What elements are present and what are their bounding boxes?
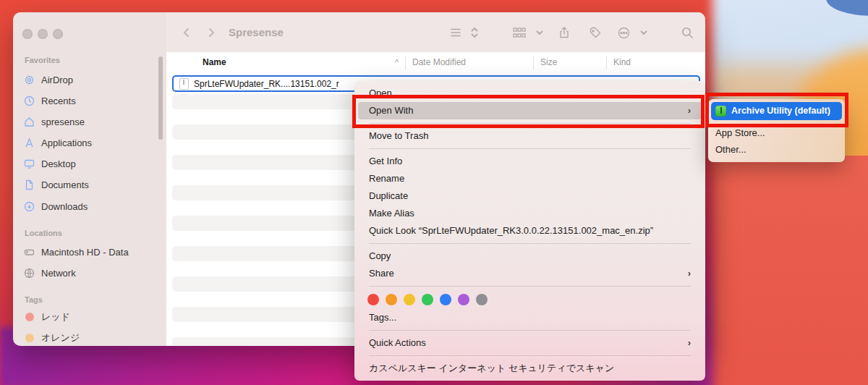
list-header: Name ^ Date Modified Size Kind bbox=[166, 52, 705, 74]
globe-icon bbox=[23, 267, 35, 279]
menu-separator bbox=[354, 326, 705, 334]
sort-chevrons-icon[interactable] bbox=[467, 25, 482, 40]
sidebar-item-tag-red[interactable]: レッド bbox=[23, 309, 70, 325]
tag-yellow-dot[interactable] bbox=[404, 294, 415, 305]
desktop-icon bbox=[23, 158, 35, 170]
sidebar-item-label: Downloads bbox=[41, 201, 88, 212]
sidebar-item-tag-orange[interactable]: オレンジ bbox=[23, 330, 80, 346]
home-icon bbox=[23, 116, 35, 128]
menu-item-get-info[interactable]: Get Info bbox=[354, 153, 705, 170]
tag-blue-dot[interactable] bbox=[440, 294, 451, 305]
menu-item-duplicate[interactable]: Duplicate bbox=[354, 187, 705, 205]
sidebar-item-airdrop[interactable]: AirDrop bbox=[23, 72, 73, 88]
tag-green-dot[interactable] bbox=[422, 294, 433, 305]
tags-section-label: Tags bbox=[25, 295, 43, 304]
sidebar-item-label: AirDrop bbox=[41, 75, 73, 85]
sidebar-item-label: オレンジ bbox=[41, 331, 80, 344]
sidebar-item-label: レッド bbox=[41, 310, 70, 323]
sidebar-item-recents[interactable]: Recents bbox=[23, 93, 76, 109]
menu-item-kaspersky-scan[interactable]: カスペルスキー インターネット セキュリティでスキャン bbox=[354, 360, 705, 377]
sidebar-item-label: Desktop bbox=[41, 158, 76, 169]
orange-tag-dot-icon bbox=[25, 334, 34, 342]
sidebar-item-label: Macintosh HD - Data bbox=[41, 247, 129, 258]
zoom-window-button[interactable] bbox=[53, 29, 63, 39]
list-view-icon[interactable] bbox=[448, 25, 463, 40]
applications-icon bbox=[23, 137, 35, 149]
tag-gray-dot[interactable] bbox=[476, 294, 488, 305]
column-divider[interactable] bbox=[533, 56, 534, 69]
zip-file-icon bbox=[179, 78, 189, 90]
menu-item-move-to-trash[interactable]: Move to Trash bbox=[354, 127, 705, 145]
sidebar-item-spresense[interactable]: spresense bbox=[23, 114, 85, 130]
close-window-button[interactable] bbox=[22, 29, 33, 39]
downloads-icon bbox=[23, 200, 35, 213]
sidebar-item-downloads[interactable]: Downloads bbox=[23, 198, 88, 214]
sidebar-item-applications[interactable]: Applications bbox=[23, 135, 92, 151]
group-view-icon[interactable] bbox=[512, 25, 527, 40]
search-icon[interactable] bbox=[680, 25, 694, 40]
clock-icon bbox=[23, 95, 35, 107]
column-header-date-modified[interactable]: Date Modified bbox=[412, 52, 466, 73]
file-name: SprLteFWUpdater_RK....13151.002_r bbox=[194, 79, 339, 89]
menu-item-quick-actions[interactable]: Quick Actions › bbox=[354, 334, 705, 352]
share-icon[interactable] bbox=[557, 25, 571, 40]
harddrive-icon bbox=[23, 246, 35, 258]
back-button[interactable] bbox=[179, 25, 194, 40]
tag-red-dot[interactable] bbox=[367, 294, 379, 305]
menu-separator bbox=[354, 240, 705, 248]
menu-separator bbox=[354, 145, 705, 153]
sidebar-item-label: spresense bbox=[41, 117, 85, 127]
submenu-item-other[interactable]: Other... bbox=[708, 141, 845, 158]
minimize-window-button[interactable] bbox=[38, 29, 48, 39]
sidebar-item-label: Recents bbox=[41, 96, 76, 106]
chevron-down-icon[interactable] bbox=[637, 25, 651, 40]
airdrop-icon bbox=[23, 74, 35, 86]
tag-color-row bbox=[354, 290, 705, 309]
sidebar-item-network[interactable]: Network bbox=[23, 265, 76, 281]
column-divider[interactable] bbox=[606, 56, 607, 69]
sidebar-item-label: Applications bbox=[41, 138, 92, 148]
sidebar-item-documents[interactable]: Documents bbox=[23, 177, 89, 192]
submenu-arrow-icon: › bbox=[688, 334, 691, 352]
sidebar: Favorites AirDrop Recents spresense bbox=[13, 12, 167, 346]
sidebar-item-label: Documents bbox=[41, 179, 89, 190]
sidebar-item-desktop[interactable]: Desktop bbox=[23, 156, 76, 172]
sidebar-item-label: Network bbox=[41, 268, 76, 279]
sidebar-scrollbar[interactable] bbox=[158, 56, 163, 140]
submenu-arrow-icon: › bbox=[688, 265, 691, 282]
column-header-kind[interactable]: Kind bbox=[613, 52, 631, 73]
tag-orange-dot[interactable] bbox=[386, 294, 397, 305]
window-title: Spresense bbox=[229, 12, 284, 52]
tag-purple-dot[interactable] bbox=[458, 294, 469, 305]
menu-separator bbox=[354, 282, 705, 290]
column-divider[interactable] bbox=[405, 56, 406, 69]
tag-icon[interactable] bbox=[588, 25, 603, 40]
menu-item-share[interactable]: Share › bbox=[354, 265, 705, 282]
column-header-name[interactable]: Name bbox=[203, 52, 226, 73]
annotation-box-archive-utility bbox=[705, 93, 848, 127]
red-tag-dot-icon bbox=[25, 313, 34, 321]
menu-item-rename[interactable]: Rename bbox=[354, 170, 705, 187]
more-actions-icon[interactable] bbox=[616, 25, 631, 40]
menu-item-copy[interactable]: Copy bbox=[354, 248, 705, 265]
favorites-section-label: Favorites bbox=[25, 56, 60, 64]
sort-indicator: ^ bbox=[395, 52, 399, 73]
annotation-box-open-with bbox=[352, 95, 705, 128]
forward-button[interactable] bbox=[204, 25, 218, 40]
menu-separator bbox=[354, 352, 705, 360]
locations-section-label: Locations bbox=[25, 229, 62, 237]
menu-item-quick-look[interactable]: Quick Look “SprLteFWUpdater_RK3.0.0.22.1… bbox=[354, 222, 705, 240]
menu-item-tags[interactable]: Tags... bbox=[354, 309, 705, 326]
menu-item-make-alias[interactable]: Make Alias bbox=[354, 205, 705, 222]
document-icon bbox=[23, 179, 35, 191]
column-header-size[interactable]: Size bbox=[540, 52, 557, 73]
sidebar-item-macintosh-hd[interactable]: Macintosh HD - Data bbox=[23, 244, 129, 260]
desktop: Favorites AirDrop Recents spresense bbox=[0, 0, 868, 385]
toolbar: Spresense bbox=[166, 12, 705, 53]
chevron-down-icon[interactable] bbox=[532, 25, 547, 40]
